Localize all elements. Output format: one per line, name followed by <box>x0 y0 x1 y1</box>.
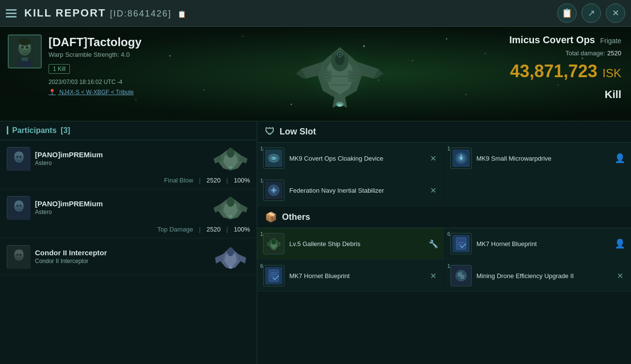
cloaking-device-icon <box>263 148 284 169</box>
report-button[interactable]: 📋 <box>557 3 577 23</box>
participant-avatar <box>7 196 30 219</box>
svg-point-57 <box>19 253 21 256</box>
participants-header: Participants [3] <box>0 121 257 140</box>
others-header: 📦 Others <box>257 206 631 228</box>
participant-stats: Top Damage | 2520 | 100% <box>7 224 250 233</box>
equip-name: MK7 Hornet Blueprint <box>289 272 423 280</box>
participant-info: [PANO]imPREMium Astero <box>35 150 206 166</box>
kill-location[interactable]: 📍 NJ4X-S < W-XBGF < Tribute <box>49 89 142 96</box>
menu-icon[interactable] <box>6 9 17 17</box>
equip-name: Mining Drone Efficiency Upgrade II <box>477 272 611 280</box>
participant-name: [PANO]imPREMium <box>35 199 206 208</box>
equip-item-inertial: 1 Federation Navy Inertial Stabilizer ✕ <box>257 175 444 206</box>
hero-ship <box>204 27 476 121</box>
others-label: Others <box>282 212 310 222</box>
participant-ship: Condor II Interceptor <box>35 258 206 265</box>
svg-point-49 <box>19 204 21 207</box>
equip-wrench-icon: 🔧 <box>429 239 438 248</box>
svg-rect-23 <box>21 57 28 61</box>
equip-item-empty <box>445 175 631 206</box>
svg-point-69 <box>460 157 462 159</box>
participant-ship-image <box>211 145 250 172</box>
low-slot-label: Low Slot <box>280 127 316 137</box>
stat-label: Final Blow <box>164 177 193 184</box>
svg-point-43 <box>227 148 234 158</box>
participant-top: [PANO]imPREMium Astero <box>7 145 250 172</box>
hero-section: [DAFT]Tactology Warp Scramble Strength: … <box>0 27 631 121</box>
participant-ship-image <box>211 194 250 221</box>
participant-stats: Final Blow | 2520 | 100% <box>7 175 250 184</box>
participant-top: Condor II Interceptor Condor II Intercep… <box>7 243 250 270</box>
close-button[interactable]: ✕ <box>606 3 625 23</box>
copy-icon[interactable]: 📋 <box>178 10 187 18</box>
hornet-blueprint-icon <box>450 233 472 254</box>
equip-remove-button[interactable]: ✕ <box>615 269 625 282</box>
header-actions: 📋 ↗ ✕ <box>557 3 625 23</box>
participant-avatar <box>7 245 30 268</box>
participant-ship-image <box>211 243 250 270</box>
svg-point-75 <box>271 239 276 245</box>
box-icon: 📦 <box>265 211 277 223</box>
stat-percent: 100% <box>234 226 250 233</box>
equip-remove-button[interactable]: ✕ <box>428 269 438 282</box>
main-content: Participants [3] <box>0 121 631 364</box>
svg-point-52 <box>229 215 232 218</box>
hornet-blueprint-2-icon <box>263 265 284 286</box>
equip-qty: 1 <box>260 178 263 183</box>
pilot-name: [DAFT]Tactology <box>49 35 142 49</box>
svg-point-24 <box>19 38 31 46</box>
equip-person-icon: 👤 <box>614 153 625 164</box>
svg-point-44 <box>229 166 232 169</box>
debris-icon <box>263 233 284 254</box>
svg-point-40 <box>17 155 18 158</box>
hero-left: [DAFT]Tactology Warp Scramble Strength: … <box>0 27 204 121</box>
participants-panel: Participants [3] <box>0 121 257 364</box>
participant-avatar <box>7 147 30 170</box>
equip-qty: 1 <box>260 231 263 237</box>
svg-rect-58 <box>14 263 24 269</box>
svg-point-39 <box>15 151 23 158</box>
equip-qty: 6 <box>448 231 450 237</box>
hero-info: [DAFT]Tactology Warp Scramble Strength: … <box>49 34 142 96</box>
equip-name: MK9 Covert Ops Cloaking Device <box>289 155 423 162</box>
equip-remove-button[interactable]: ✕ <box>428 184 438 197</box>
outcome-label: Kill <box>485 88 621 101</box>
svg-point-21 <box>24 50 26 51</box>
kill-datetime: 2023/07/03 18:16:02 UTC -4 <box>49 79 142 85</box>
pilot-avatar <box>8 34 42 68</box>
stat-damage: 2520 <box>206 177 220 184</box>
stat-percent: 100% <box>234 177 250 184</box>
svg-point-64 <box>272 157 275 160</box>
participant-name: [PANO]imPREMium <box>35 150 206 159</box>
participants-count: [3] <box>61 126 70 134</box>
equip-qty: 1 <box>448 146 450 151</box>
participant-item: [PANO]imPREMium Astero Top Damage <box>0 189 257 238</box>
participant-ship: Astero <box>35 209 206 215</box>
svg-point-19 <box>21 46 24 49</box>
equip-name: MK9 Small Microwarpdrive <box>477 155 610 162</box>
share-button[interactable]: ↗ <box>581 3 601 23</box>
equip-name: Federation Navy Inertial Stabilizer <box>289 187 423 194</box>
shield-icon: 🛡 <box>265 126 275 137</box>
svg-point-48 <box>17 204 18 207</box>
kill-badge: 1 Kill <box>49 64 70 74</box>
page-title: KILL REPORT [ID:8641426] 📋 <box>24 7 557 19</box>
equip-item-debris: 1 Lv.5 Gallente Ship Debris 🔧 <box>257 228 444 260</box>
mwd-icon <box>450 148 472 169</box>
equip-item-mining-drone: 1 Mining Drone Efficiency Upgrade II ✕ <box>445 260 631 292</box>
svg-point-41 <box>19 155 21 158</box>
svg-point-34 <box>339 53 341 55</box>
inertial-stabilizer-icon <box>263 180 284 201</box>
participant-info: [PANO]imPREMium Astero <box>35 199 206 215</box>
svg-point-73 <box>273 189 275 192</box>
participant-top: [PANO]imPREMium Astero <box>7 194 250 221</box>
isk-value-row: 43,871,723 ISK <box>485 61 621 82</box>
hero-right: Imicus Covert Ops Frigate Total damage: … <box>476 27 631 121</box>
participant-item: [PANO]imPREMium Astero Final Blow <box>0 140 257 189</box>
mining-drone-icon <box>450 265 472 286</box>
equip-item-mwd: 1 MK9 Small Microwarpdrive 👤 <box>445 143 631 174</box>
svg-point-51 <box>227 197 234 207</box>
equip-remove-button[interactable]: ✕ <box>428 152 438 165</box>
equip-name: MK7 Hornet Blueprint <box>477 240 610 248</box>
equip-qty: 1 <box>448 263 450 269</box>
